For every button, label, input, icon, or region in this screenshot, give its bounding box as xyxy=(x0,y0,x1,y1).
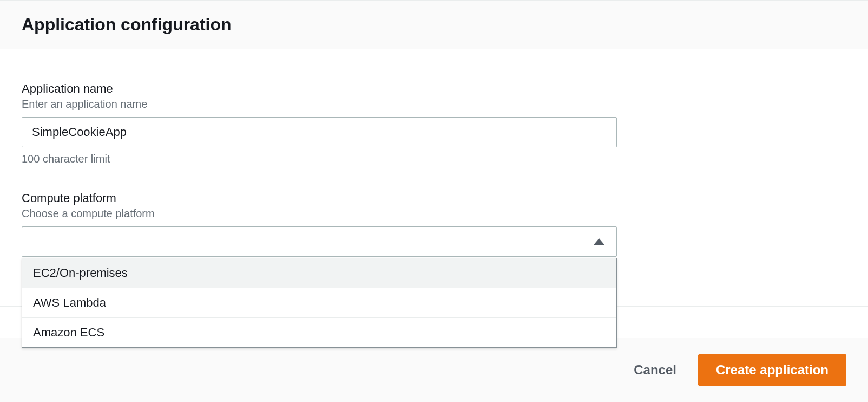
dropdown-option-ecs[interactable]: Amazon ECS xyxy=(22,318,616,347)
compute-platform-hint: Choose a compute platform xyxy=(22,208,846,220)
form-content: Application name Enter an application na… xyxy=(0,49,868,307)
panel-header: Application configuration xyxy=(0,0,868,49)
page-title: Application configuration xyxy=(22,15,846,35)
compute-platform-select-wrapper: EC2/On-premises AWS Lambda Amazon ECS xyxy=(22,226,617,258)
cancel-button[interactable]: Cancel xyxy=(625,357,685,383)
dropdown-option-lambda[interactable]: AWS Lambda xyxy=(22,288,616,318)
application-name-label: Application name xyxy=(22,82,846,96)
application-name-help: 100 character limit xyxy=(22,153,846,165)
compute-platform-select[interactable] xyxy=(22,226,617,257)
application-name-input[interactable] xyxy=(22,117,617,147)
application-name-group: Application name Enter an application na… xyxy=(22,82,846,165)
compute-platform-group: Compute platform Choose a compute platfo… xyxy=(22,191,846,258)
dropdown-option-ec2[interactable]: EC2/On-premises xyxy=(22,258,616,288)
create-application-button[interactable]: Create application xyxy=(698,354,846,386)
compute-platform-dropdown: EC2/On-premises AWS Lambda Amazon ECS xyxy=(22,258,617,348)
caret-up-icon xyxy=(594,238,604,245)
compute-platform-label: Compute platform xyxy=(22,191,846,205)
application-name-hint: Enter an application name xyxy=(22,98,846,111)
